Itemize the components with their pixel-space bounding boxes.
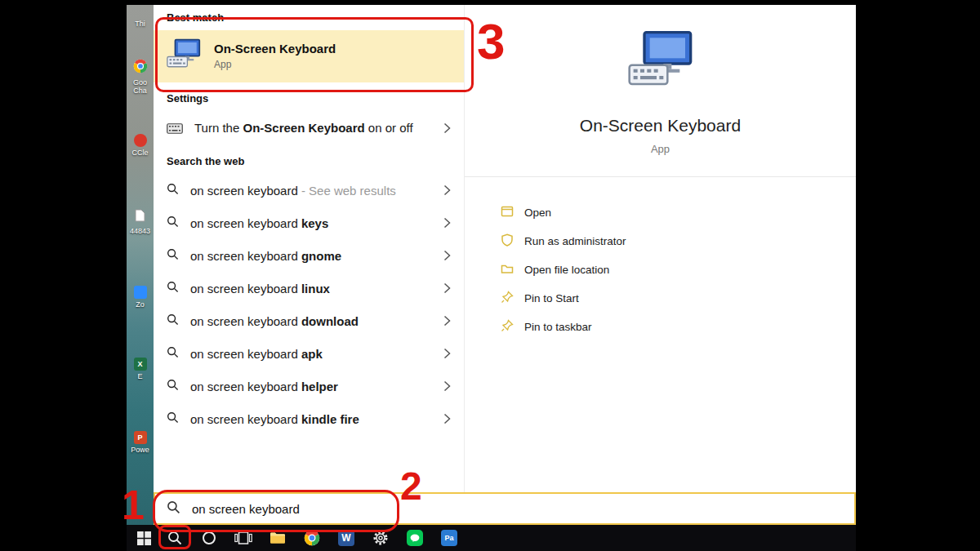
desktop-icon-chrome[interactable]: Goo Cha [127,59,154,95]
chevron-right-icon [443,413,451,424]
search-icon [167,313,179,329]
search-flyout: Best match On-Screen Keyboard [154,5,856,525]
powerpoint-icon: P [134,431,147,444]
chevron-right-icon [443,348,451,359]
action-open[interactable]: Open [501,198,856,227]
start-button[interactable] [130,525,158,551]
screen: Thi Goo Cha CCle 44843 Zo X E P [0,0,980,551]
preview-pane: On-Screen Keyboard App Open Run as admin… [464,5,856,492]
web-suggestion-label: on screen keyboard - See web results [190,184,396,198]
ccleaner-icon [134,134,147,147]
web-suggestion-label: on screen keyboard keys [190,216,328,230]
folder-icon [501,262,514,278]
action-label: Open file location [524,264,609,276]
chevron-right-icon [443,380,451,392]
desktop-icon-label: CCle [127,149,154,157]
chevron-right-icon [443,122,451,134]
app-pa-icon[interactable]: Pa [432,525,466,551]
chrome-icon[interactable] [295,525,329,551]
search-icon [167,216,179,231]
desktop-icon-powerpoint[interactable]: P Powe [127,431,154,454]
search-input[interactable] [190,501,439,517]
search-icon [167,281,179,296]
action-label: Open [524,207,551,219]
web-suggestion[interactable]: on screen keyboard linux [154,272,464,304]
search-results-column: Best match On-Screen Keyboard [154,5,464,492]
chevron-right-icon [443,184,451,196]
web-suggestion[interactable]: on screen keyboard apk [154,337,464,370]
web-suggestion[interactable]: on screen keyboard download [154,304,464,337]
desktop-wallpaper-strip: Thi Goo Cha CCle 44843 Zo X E P [127,5,154,525]
web-suggestion[interactable]: on screen keyboard gnome [154,239,464,272]
desktop-icon-label: E [127,372,154,380]
action-pin-to-taskbar[interactable]: Pin to taskbar [501,313,856,341]
search-icon [167,500,180,518]
web-suggestion-label: on screen keyboard helper [190,380,338,393]
desktop-icon-document[interactable]: 44843 [127,209,154,235]
desktop-icon-label: Thi [127,20,154,28]
preview-title: On-Screen Keyboard [465,116,856,136]
desktop-icon-ccleaner[interactable]: CCle [127,134,154,157]
search-icon [167,379,179,394]
action-open-file-location[interactable]: Open file location [501,256,856,284]
desktop-icon-label: Powe [127,446,154,454]
chevron-right-icon [443,315,451,327]
line-app-icon[interactable] [398,525,432,551]
search-icon [167,248,179,264]
file-explorer-icon[interactable] [261,525,295,551]
search-icon [167,411,179,427]
desktop-icon-this-pc[interactable]: Thi [127,18,154,28]
chevron-right-icon [443,217,451,229]
action-label: Pin to taskbar [524,321,592,333]
settings-gear-icon[interactable] [363,525,398,551]
desktop-icon-zoom[interactable]: Zo [127,286,154,309]
best-match-header: Best match [154,5,464,30]
chevron-right-icon [443,282,451,294]
settings-header: Settings [154,82,464,111]
word-icon[interactable]: W [329,525,363,551]
action-pin-to-start[interactable]: Pin to Start [501,284,856,313]
action-label: Run as administrator [524,235,626,247]
web-suggestion-label: on screen keyboard linux [190,282,330,295]
desktop-icon-label: Goo Cha [127,78,154,95]
desktop-icon-label: Zo [127,300,154,309]
web-suggestion[interactable]: on screen keyboard kindle fire [154,402,464,435]
web-suggestion[interactable]: on screen keyboard helper [154,370,464,402]
task-view-button[interactable] [226,525,261,551]
best-match-title: On-Screen Keyboard [214,42,336,56]
taskbar-search-button[interactable] [158,525,192,551]
search-web-header: Search the web [154,145,464,174]
excel-icon: X [134,358,147,371]
divider [465,176,856,177]
action-label: Pin to Start [524,292,579,304]
keyboard-icon [167,122,183,137]
search-box-row [154,492,856,525]
search-icon [167,183,179,198]
web-suggestion[interactable]: on screen keyboard - See web results [154,174,464,207]
osk-app-icon-large [628,29,693,93]
pin-icon [501,291,514,306]
pin-icon [501,319,514,335]
desktop-icon-label: 44843 [127,227,154,235]
web-suggestion-label: on screen keyboard download [190,314,359,328]
search-icon [167,346,179,362]
document-icon [135,211,145,224]
settings-result-osk-toggle[interactable]: Turn the On-Screen Keyboard on or off [154,111,464,145]
osk-app-icon [167,38,201,73]
chevron-right-icon [443,250,451,261]
settings-result-label: Turn the On-Screen Keyboard on or off [194,119,425,137]
action-run-as-admin[interactable]: Run as administrator [501,227,856,256]
best-match-subtitle: App [214,59,336,70]
zoom-icon [134,286,147,299]
web-suggestion-label: on screen keyboard gnome [190,249,341,263]
web-suggestion[interactable]: on screen keyboard keys [154,207,464,239]
cortana-button[interactable] [192,525,226,551]
preview-subtitle: App [465,143,856,155]
shield-icon [501,233,514,249]
desktop-icon-excel[interactable]: X E [127,358,154,380]
web-suggestion-label: on screen keyboard kindle fire [190,412,359,426]
best-match-result[interactable]: On-Screen Keyboard App [154,30,464,82]
taskbar: W Pa [127,525,856,551]
web-suggestion-label: on screen keyboard apk [190,347,323,361]
open-icon [501,205,514,220]
